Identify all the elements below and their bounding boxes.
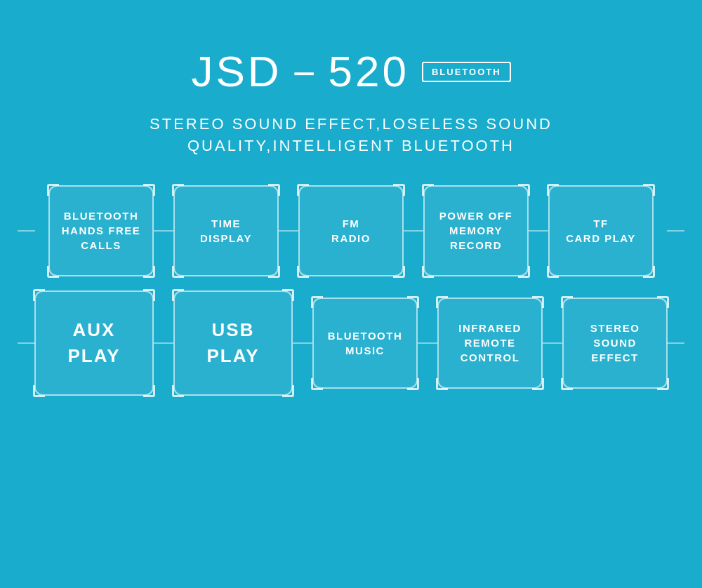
connector	[154, 230, 173, 232]
connector	[293, 342, 312, 344]
line-right-2	[667, 342, 684, 344]
line-right-1	[667, 230, 684, 232]
connector	[279, 230, 298, 232]
feature-box-time-display: TIMEDISPLAY	[173, 185, 279, 276]
connector	[543, 342, 562, 344]
line-left-1	[18, 230, 35, 232]
bluetooth-badge: BLUETOOTH	[422, 62, 511, 82]
feature-box-bluetooth-music: BLUETOOTHMUSIC	[312, 298, 418, 389]
main-title: JSD－520	[191, 42, 409, 101]
feature-box-tf-card: TFCARD PLAY	[548, 185, 654, 276]
feature-box-bluetooth-calls: BLUETOOTHHANDS FREECALLS	[48, 185, 154, 276]
subtitle: STEREO SOUND EFFECT,LOSELESS SOUND QUALI…	[150, 114, 552, 157]
connector	[404, 230, 423, 232]
feature-row-1: BLUETOOTHHANDS FREECALLS TIMEDISPLAY FMR…	[18, 185, 684, 276]
feature-box-power-off: POWER OFFMEMORYRECORD	[423, 185, 529, 276]
feature-box-stereo-sound: STEREOSOUNDEFFECT	[562, 298, 668, 389]
feature-box-fm-radio: FMRADIO	[298, 185, 404, 276]
header-section: JSD－520 BLUETOOTH STEREO SOUND EFFECT,LO…	[150, 42, 552, 157]
line-left-2	[18, 342, 35, 344]
feature-box-usb-play: USBPLAY	[173, 290, 293, 396]
feature-box-infrared: INFRAREDREMOTECONTROL	[437, 298, 543, 389]
connector	[418, 342, 437, 344]
feature-box-aux-play: AUXPLAY	[34, 290, 154, 396]
connector	[154, 342, 173, 344]
title-row: JSD－520 BLUETOOTH	[191, 42, 510, 101]
feature-row-2: AUXPLAY USBPLAY BLUETOOTHMUSIC INFRAREDR…	[18, 290, 684, 396]
connector	[529, 230, 548, 232]
features-grid: BLUETOOTHHANDS FREECALLS TIMEDISPLAY FMR…	[18, 185, 684, 396]
